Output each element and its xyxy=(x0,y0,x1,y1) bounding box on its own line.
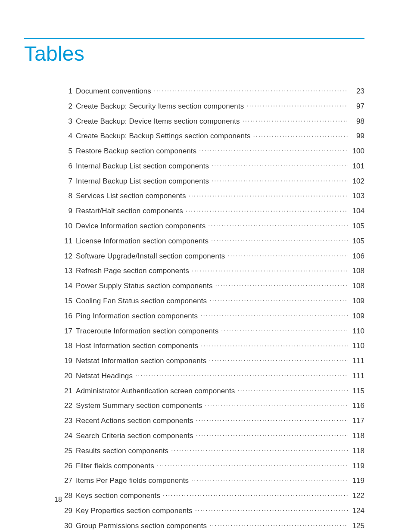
toc-entry-number: 7 xyxy=(60,177,72,186)
toc-entry[interactable]: 8Services List section components103 xyxy=(60,191,364,200)
toc-entry-label: Internal Backup List section components xyxy=(76,177,209,186)
toc-entry-number: 25 xyxy=(60,447,72,455)
toc-entry[interactable]: 9Restart/Halt section components104 xyxy=(60,206,364,215)
toc-entry-number: 3 xyxy=(60,117,72,126)
toc-entry-page: 111 xyxy=(351,372,364,380)
toc-leader-dots xyxy=(209,521,348,528)
toc-entry[interactable]: 15Cooling Fan Status section components1… xyxy=(60,296,364,305)
toc-entry-label: Keys section components xyxy=(76,492,160,500)
toc-entry-number: 5 xyxy=(60,147,72,156)
toc-entry[interactable]: 16Ping Information section components109 xyxy=(60,311,364,320)
toc-leader-dots xyxy=(196,431,348,438)
toc-entry[interactable]: 23Recent Actions section components117 xyxy=(60,416,364,425)
toc-leader-dots xyxy=(201,341,348,348)
toc-entry-label: Cooling Fan Status section components xyxy=(76,297,207,305)
toc-entry-label: Recent Actions section components xyxy=(76,417,193,425)
toc-entry[interactable]: 2Create Backup: Security Items section c… xyxy=(60,101,364,111)
toc-leader-dots xyxy=(205,401,348,408)
toc-entry[interactable]: 20Netstat Headings111 xyxy=(60,371,364,380)
toc-entry[interactable]: 13Refresh Page section components108 xyxy=(60,266,364,275)
toc-entry[interactable]: 30Group Permissions section components12… xyxy=(60,521,364,530)
toc-entry[interactable]: 25Results section components118 xyxy=(60,446,364,455)
toc-entry-number: 20 xyxy=(60,372,72,380)
toc-entry-label: Filter fields components xyxy=(76,462,154,470)
section-title: Tables xyxy=(24,42,364,65)
toc-entry-page: 119 xyxy=(351,476,364,485)
toc-leader-dots xyxy=(195,506,348,513)
toc-entry[interactable]: 22System Summary section components116 xyxy=(60,401,364,410)
toc-entry-label: System Summary section components xyxy=(76,401,202,410)
toc-entry-label: Create Backup: Security Items section co… xyxy=(76,102,244,111)
toc-entry-number: 28 xyxy=(60,492,72,500)
toc-entry[interactable]: 4Create Backup: Backup Settings section … xyxy=(60,131,364,140)
toc-leader-dots xyxy=(171,446,348,453)
toc-leader-dots xyxy=(237,386,348,393)
toc-entry-page: 124 xyxy=(351,507,364,515)
toc-entry-page: 118 xyxy=(351,447,364,455)
toc-leader-dots xyxy=(227,251,348,258)
toc-entry[interactable]: 18Host Information section components110 xyxy=(60,341,364,350)
toc-entry-label: Software Upgrade/Install section compone… xyxy=(76,252,225,261)
toc-entry-page: 109 xyxy=(351,297,364,305)
toc-leader-dots xyxy=(209,296,348,303)
toc-leader-dots xyxy=(243,116,348,124)
toc-leader-dots xyxy=(212,161,348,168)
toc-entry-number: 4 xyxy=(60,132,72,140)
toc-entry-number: 11 xyxy=(60,237,72,246)
toc-entry[interactable]: 12Software Upgrade/Install section compo… xyxy=(60,251,364,261)
toc-entry-page: 108 xyxy=(351,282,364,290)
toc-entry-label: Refresh Page section components xyxy=(76,267,189,275)
toc-entry[interactable]: 6Internal Backup List section components… xyxy=(60,161,364,171)
toc-entry[interactable]: 5Restore Backup section components100 xyxy=(60,146,364,156)
toc-entry[interactable]: 21Administrator Authentication screen co… xyxy=(60,386,364,395)
toc-entry[interactable]: 1Document conventions23 xyxy=(60,86,364,96)
toc-entry[interactable]: 24Search Criteria section components118 xyxy=(60,431,364,440)
toc-leader-dots xyxy=(246,101,348,109)
toc-entry-label: Create Backup: Device Items section comp… xyxy=(76,117,240,126)
page: Tables 1Document conventions232Create Ba… xyxy=(0,0,411,532)
toc-entry[interactable]: 28Keys section components122 xyxy=(60,491,364,500)
toc-entry-label: Power Supply Status section components xyxy=(76,282,213,290)
toc-entry-page: 105 xyxy=(351,222,364,230)
toc-entry[interactable]: 29Key Properties section components124 xyxy=(60,506,364,515)
toc-entry[interactable]: 14Power Supply Status section components… xyxy=(60,281,364,290)
toc-entry-page: 98 xyxy=(351,117,364,126)
toc-entry-label: Create Backup: Backup Settings section c… xyxy=(76,132,251,140)
toc-leader-dots xyxy=(253,131,348,138)
toc-entry[interactable]: 7Internal Backup List section components… xyxy=(60,176,364,186)
toc-entry-label: Internal Backup List section components xyxy=(76,162,209,171)
top-rule xyxy=(24,38,364,39)
toc-leader-dots xyxy=(215,281,348,288)
toc-entry-page: 118 xyxy=(351,432,364,440)
toc-entry[interactable]: 17Traceroute Information section compone… xyxy=(60,326,364,336)
toc-entry-number: 18 xyxy=(60,342,72,350)
toc-entry-page: 109 xyxy=(351,312,364,320)
toc-entry-number: 12 xyxy=(60,252,72,261)
toc-entry-page: 105 xyxy=(351,237,364,246)
toc-leader-dots xyxy=(135,371,348,378)
toc-entry[interactable]: 27Items Per Page fields components119 xyxy=(60,476,364,485)
toc-entry[interactable]: 11License Information section components… xyxy=(60,236,364,246)
toc-entry-page: 23 xyxy=(351,87,364,96)
toc-entry[interactable]: 19Netstat Information section components… xyxy=(60,356,364,365)
toc-entry-label: Group Permissions section components xyxy=(76,522,207,530)
toc-leader-dots xyxy=(196,416,348,423)
toc-entry[interactable]: 26Filter fields components119 xyxy=(60,461,364,470)
toc-entry-page: 115 xyxy=(351,387,364,395)
toc-entry-label: Restart/Halt section components xyxy=(76,207,183,215)
toc-entry-number: 6 xyxy=(60,162,72,171)
toc-entry-page: 104 xyxy=(351,207,364,215)
toc-entry[interactable]: 10Device Information section components1… xyxy=(60,221,364,230)
toc-entry-page: 125 xyxy=(351,522,364,530)
toc-entry-label: Results section components xyxy=(76,447,168,455)
toc-entry-page: 122 xyxy=(351,492,364,500)
toc-leader-dots xyxy=(154,86,348,93)
toc-leader-dots xyxy=(163,491,348,498)
toc-entry[interactable]: 3Create Backup: Device Items section com… xyxy=(60,116,364,126)
toc-leader-dots xyxy=(200,311,348,318)
toc-leader-dots xyxy=(199,146,348,153)
toc-entry-page: 103 xyxy=(351,192,364,200)
toc-entry-label: Ping Information section components xyxy=(76,312,198,320)
toc-entry-number: 26 xyxy=(60,462,72,470)
toc-entry-label: Administrator Authentication screen comp… xyxy=(76,387,235,395)
